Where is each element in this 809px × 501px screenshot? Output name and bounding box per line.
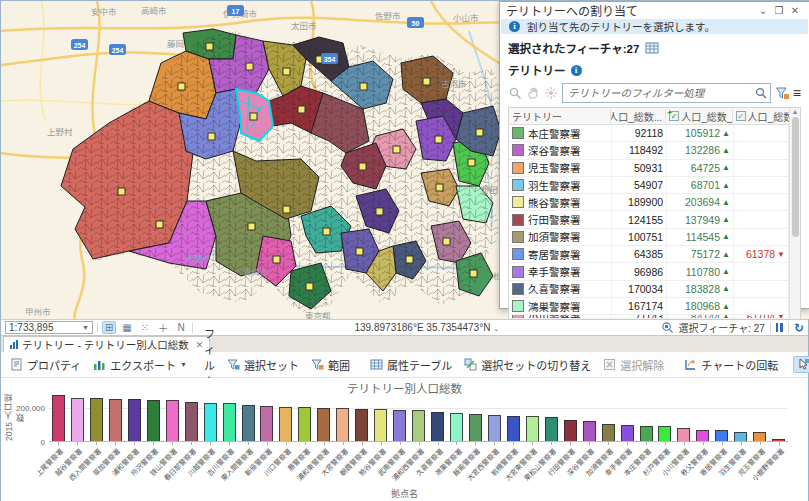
table-row[interactable]: 鴻巣警察署167174180968 ▲ [509,298,789,315]
bar[interactable] [279,407,292,441]
bar[interactable] [242,405,255,441]
territory-color-swatch [512,248,524,260]
bar[interactable] [469,414,482,441]
bar[interactable] [223,403,236,441]
select-tool-button[interactable]: ▼ [793,356,809,373]
add-bookmark-icon[interactable]: ⊞ [102,321,116,334]
table-row[interactable]: 幸手警察署96986110780 ▲ [509,263,789,280]
bar[interactable] [166,400,179,441]
bar[interactable] [450,413,463,441]
territory-info-icon[interactable]: i [571,65,582,76]
clear-selection-button[interactable]: 選択解除 [598,355,669,375]
grid-icon[interactable]: ▦ [120,322,134,333]
refresh-icon[interactable]: ↻ [794,323,804,333]
table-row[interactable]: 行田警察署124155137949 ▲ [509,211,789,228]
bar[interactable] [71,398,84,441]
bar[interactable] [431,412,444,441]
bar[interactable] [583,421,596,441]
coordinates-readout[interactable]: 139.8973186°E 35.7354473°N ⌄ [197,322,657,333]
map-view[interactable]: 安中市高崎市伊勢崎市太田市佐野市小山市古河市藤岡上野村野田市青梅市甲州市東京都松… [1,1,809,319]
bar[interactable] [317,408,330,441]
table-row[interactable]: 加須警察署100751114545 ▲ [509,229,789,246]
filter-funnel-icon[interactable] [775,86,789,100]
bar[interactable] [621,425,634,441]
properties-button[interactable]: プロパティ [5,355,86,375]
bar[interactable] [412,410,425,441]
vertical-scrollbar[interactable]: ▲ ▼ [789,108,800,319]
attribute-table-icon[interactable] [645,41,659,55]
bar[interactable] [109,399,122,441]
filter-extent-button[interactable]: 範囲 [306,355,355,375]
scale-dropdown-icon[interactable]: ▼ [82,324,89,331]
bar[interactable] [374,409,387,441]
table-row[interactable]: 久喜警察署170034183828 ▲ [509,281,789,298]
bar[interactable] [715,430,728,441]
table-row[interactable]: 児玉警察署5093164725 ▲ [509,160,789,177]
bar[interactable] [640,426,653,442]
bar[interactable] [355,409,368,441]
bar[interactable] [336,408,349,441]
scroll-up-icon[interactable]: ▲ [792,108,799,115]
float-icon[interactable]: ❐ [771,5,787,16]
bar[interactable] [260,406,273,441]
menu-icon[interactable]: ≡ [793,86,801,100]
territory-color-swatch [512,196,524,208]
export-button[interactable]: エクスポート▼ [88,355,192,375]
rotate-chart-button[interactable]: チャートの回転 [679,355,783,375]
col-territory[interactable]: テリトリー [509,108,611,125]
bar[interactable] [488,415,501,441]
bar[interactable] [602,424,615,441]
bar[interactable] [204,403,217,441]
map-status-bar: 1:733,895 ▼ ⊞ ▦ ⁙ ＋ N 139.8973186°E 35.7… [1,319,808,335]
switch-selection-button[interactable]: 選択セットの切り替え [459,355,596,375]
plot-area[interactable]: 200,0000上尾警察署越谷警察署西入間警察署草加警察署浦和警察署所沢警察署狭… [49,394,788,442]
bar[interactable] [545,417,558,441]
col-pop-h22-b[interactable]: ✓ 人口_総数_H22 [733,108,789,125]
bar[interactable] [507,416,520,441]
filter-selection-button[interactable]: 選択セット [222,355,304,375]
bar[interactable] [677,428,690,441]
scroll-thumb[interactable] [792,117,799,237]
bar[interactable] [734,432,747,441]
bar[interactable] [298,407,311,441]
bar[interactable] [696,430,709,441]
bar[interactable] [658,426,671,441]
pan-to-icon[interactable] [526,86,540,100]
bar[interactable] [772,439,785,441]
bar[interactable] [147,400,160,441]
y-axis-label: 2015 人口総数 [3,392,15,444]
selection-count[interactable]: 選択フィーチャ: 27 [679,320,765,335]
close-icon[interactable]: ✕ [787,5,803,16]
table-header[interactable]: テリトリー 人口_総数... +✓ 人口_総数_H22 ✓ 人口_総数_H22 [509,108,789,125]
table-row[interactable]: 本庄警察署92118105912 ▲ [509,125,789,142]
table-row[interactable]: 寄居警察署6438575172 ▲61378 ▼ [509,246,789,263]
flash-icon[interactable] [544,86,558,100]
pause-drawing-icon[interactable] [776,323,783,332]
crosshair-icon[interactable]: ＋ [156,320,170,335]
bar[interactable] [52,395,65,441]
search-icon[interactable] [754,86,768,100]
table-row[interactable]: 小川警察署7114384144 ▲61104 ▼ [509,315,789,319]
bar[interactable] [753,432,766,441]
bar[interactable] [90,398,103,441]
zoom-to-icon[interactable] [508,86,522,100]
col-pop-h22[interactable]: +✓ 人口_総数_H22 [666,108,732,125]
territory-filter-input[interactable] [562,83,771,103]
table-row[interactable]: 熊谷警察署189900203694 ▲ [509,194,789,211]
snapping-icon[interactable]: ⁙ [138,322,152,333]
table-row[interactable]: 羽生警察署5490768701 ▲ [509,177,789,194]
bar[interactable] [564,420,577,441]
col-pop2015[interactable]: 人口_総数... [611,108,666,125]
bar[interactable] [526,416,539,441]
bar[interactable] [185,402,198,441]
attribute-table-button[interactable]: 属性テーブル [365,355,457,375]
bar[interactable] [128,399,141,441]
collapse-icon[interactable]: ⌄ [755,5,771,16]
chart-tab[interactable]: テリトリー - テリトリー別人口総数 ✕ [3,336,210,352]
panel-titlebar[interactable]: テリトリーへの割り当て ⌄ ❐ ✕ [500,2,809,19]
bar[interactable] [393,410,406,441]
scale-combo[interactable]: 1:733,895 ▼ [5,321,93,334]
north-arrow-icon[interactable]: N [174,322,188,333]
scale-value: 1:733,895 [9,322,54,333]
table-row[interactable]: 深谷警察署118492132286 ▲ [509,142,789,159]
